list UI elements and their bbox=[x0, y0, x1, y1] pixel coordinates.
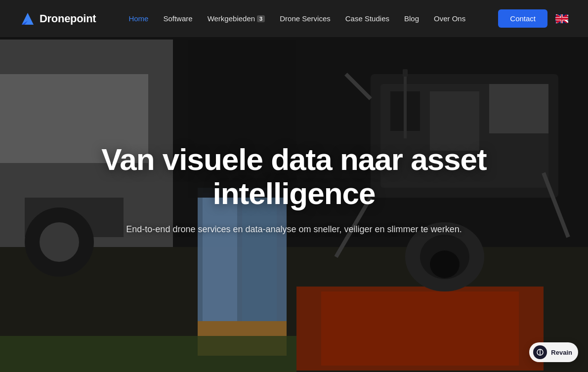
navbar: Dronepoint Home Software Werkgebieden 3 … bbox=[0, 0, 588, 37]
revain-widget[interactable]: Revain bbox=[529, 342, 578, 362]
werkgebieden-badge: 3 bbox=[257, 15, 265, 22]
nav-link-drone-services[interactable]: Drone Services bbox=[280, 14, 331, 23]
hero-section: Dronepoint Home Software Werkgebieden 3 … bbox=[0, 0, 588, 372]
language-flag[interactable] bbox=[555, 14, 568, 23]
nav-link-home[interactable]: Home bbox=[128, 14, 148, 23]
nav-item-drone-services[interactable]: Drone Services bbox=[280, 14, 331, 23]
nav-link-blog[interactable]: Blog bbox=[404, 14, 419, 23]
hero-content: Van visuele data naar asset intelligence… bbox=[0, 37, 588, 372]
nav-right: Contact bbox=[498, 9, 568, 28]
hero-subtitle: End-to-end drone services en data-analys… bbox=[126, 222, 462, 237]
logo-icon bbox=[20, 11, 36, 27]
nav-link-case-studies[interactable]: Case Studies bbox=[345, 14, 389, 23]
brand-name: Dronepoint bbox=[40, 12, 96, 25]
nav-item-over-ons[interactable]: Over Ons bbox=[434, 14, 465, 23]
nav-link-software[interactable]: Software bbox=[163, 14, 192, 23]
hero-title: Van visuele data naar asset intelligence bbox=[101, 143, 486, 210]
nav-links: Home Software Werkgebieden 3 Drone Servi… bbox=[128, 14, 465, 23]
contact-button[interactable]: Contact bbox=[498, 9, 547, 28]
logo-link[interactable]: Dronepoint bbox=[20, 11, 96, 27]
nav-item-software[interactable]: Software bbox=[163, 14, 192, 23]
revain-label: Revain bbox=[551, 349, 572, 356]
nav-item-case-studies[interactable]: Case Studies bbox=[345, 14, 389, 23]
hero-title-line2: intelligence bbox=[212, 176, 375, 210]
revain-logo-icon bbox=[533, 345, 547, 359]
nav-link-over-ons[interactable]: Over Ons bbox=[434, 14, 465, 23]
svg-marker-30 bbox=[22, 13, 34, 25]
nav-item-blog[interactable]: Blog bbox=[404, 14, 419, 23]
hero-title-line1: Van visuele data naar asset bbox=[101, 142, 486, 176]
nav-item-werkgebieden[interactable]: Werkgebieden 3 bbox=[208, 14, 265, 23]
nav-item-home[interactable]: Home bbox=[128, 14, 148, 23]
svg-marker-40 bbox=[555, 18, 568, 20]
nav-link-werkgebieden[interactable]: Werkgebieden 3 bbox=[208, 14, 265, 23]
